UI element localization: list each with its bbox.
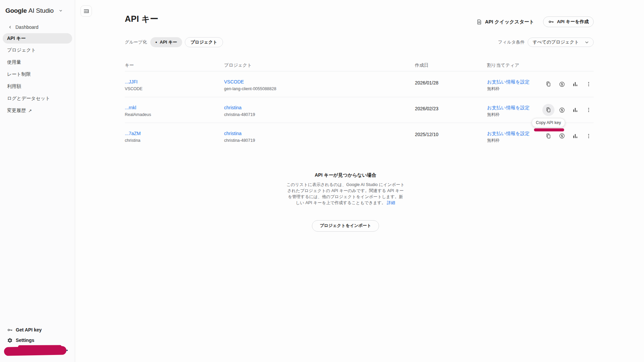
project-filter: フィルタ条件 すべてのプロジェクト (498, 38, 594, 47)
sidebar-item-label: API キー (7, 36, 26, 42)
vertical-dots-icon (586, 81, 592, 87)
project-link[interactable]: VSCODE (224, 79, 276, 84)
learn-more-link[interactable]: 詳細 (387, 200, 395, 205)
import-project-button[interactable]: プロジェクトをインポート (312, 220, 379, 232)
api-key-link[interactable]: ...rnkl (125, 105, 151, 110)
annotation-underline-scribble (534, 128, 564, 131)
api-key-link[interactable]: ...7aZM (125, 131, 141, 136)
sidebar-item-api-keys[interactable]: API キー (3, 33, 72, 44)
sidebar-item-rate-limits[interactable]: レート制限 (0, 68, 75, 80)
collapse-sidebar-icon (83, 8, 90, 14)
copy-api-key-tooltip: Copy API key (532, 118, 565, 127)
sidebar-item-label: レート制限 (7, 71, 31, 77)
dollar-circle-icon (559, 107, 565, 113)
sidebar-item-dashboard[interactable]: Dashboard (0, 22, 75, 32)
copy-icon (545, 107, 551, 113)
toggle-label: プロジェクト (191, 39, 217, 45)
sidebar-item-label: プロジェクト (7, 47, 36, 53)
column-header-project: プロジェクト (224, 62, 252, 68)
bar-chart-icon (572, 133, 578, 139)
more-options-button[interactable] (584, 132, 593, 140)
toggle-label: API キー (160, 39, 177, 45)
sidebar-item-billing[interactable]: 利用額 (0, 80, 75, 93)
copy-icon (545, 81, 551, 87)
usage-chart-button[interactable] (571, 80, 580, 88)
usage-chart-button[interactable] (571, 106, 580, 114)
column-header-created: 作成日 (415, 62, 429, 68)
billing-button[interactable] (557, 132, 566, 140)
api-quickstart-label: API クイックスタート (485, 19, 534, 25)
project-id: christina-480719 (224, 138, 255, 143)
sidebar-item-usage[interactable]: 使用量 (0, 56, 75, 68)
dollar-circle-icon (559, 133, 565, 139)
more-options-button[interactable] (584, 106, 593, 114)
ai-studio-wordmark: AI Studio (29, 7, 54, 14)
sidebar-item-label: ログとデータセット (7, 96, 50, 102)
filter-condition-label: フィルタ条件 (498, 39, 525, 45)
dropdown-value: すべてのプロジェクト (533, 39, 579, 45)
copy-api-key-button[interactable] (544, 132, 553, 140)
project-filter-dropdown[interactable]: すべてのプロジェクト (528, 38, 594, 47)
collapse-sidebar-button[interactable] (80, 5, 92, 17)
main-content: API キー API クイックスタート API キーを作成 グループ化 ● AP… (75, 0, 644, 362)
document-icon (476, 19, 482, 25)
api-keys-table: キー プロジェクト 作成日 割り当てティア ...JJFI VSCODE VSC… (125, 60, 594, 149)
table-row: ...rnkl RealAmadeus christina christina-… (125, 97, 594, 123)
get-api-key-button[interactable]: Get API key (0, 325, 75, 335)
tier-label: 無料枠 (487, 86, 530, 91)
column-header-key: キー (125, 62, 134, 68)
copy-api-key-button[interactable] (544, 80, 553, 88)
settings-button[interactable]: Settings (0, 335, 75, 345)
empty-state: API キーが見つからない場合 このリストに表示されるのは、Google AI … (231, 172, 460, 232)
billing-button[interactable] (557, 106, 566, 114)
vertical-dots-icon (586, 107, 592, 113)
more-options-button[interactable] (584, 80, 593, 88)
tooltip-text: Copy API key (536, 120, 561, 125)
setup-billing-link[interactable]: お支払い情報を設定 (487, 79, 530, 84)
api-key-name: christina (125, 138, 141, 143)
project-link[interactable]: christina (224, 131, 255, 136)
api-key-link[interactable]: ...JJFI (125, 79, 143, 84)
sidebar-item-changelog[interactable]: 変更履歴 ↗ (0, 105, 75, 117)
dollar-circle-icon (559, 81, 565, 87)
sidebar-item-projects[interactable]: プロジェクト (0, 44, 75, 56)
tier-label: 無料枠 (487, 112, 530, 117)
copy-icon (545, 133, 551, 139)
api-key-name: RealAmadeus (125, 112, 151, 117)
column-header-tier: 割り当てティア (487, 62, 519, 68)
created-date: 2025/12/10 (415, 132, 438, 137)
selected-dot-icon: ● (155, 41, 157, 44)
api-quickstart-link[interactable]: API クイックスタート (476, 19, 534, 25)
usage-chart-button[interactable] (571, 132, 580, 140)
empty-state-body: このリストに表示されるのは、Google AI Studio にインポートされた… (286, 182, 405, 206)
empty-state-title: API キーが見つからない場合 (231, 172, 460, 178)
group-by-label: グループ化 (125, 39, 147, 45)
billing-button[interactable] (557, 80, 566, 88)
sidebar-item-label: 利用額 (7, 83, 21, 89)
sidebar-nav: Dashboard API キー プロジェクト 使用量 レート制限 利用額 ログ… (0, 22, 75, 117)
row-actions (544, 71, 593, 97)
key-icon (7, 327, 13, 333)
chevron-left-icon (8, 25, 12, 29)
setup-billing-link[interactable]: お支払い情報を設定 (487, 131, 530, 136)
page-title: API キー (125, 13, 158, 24)
table-row: ...JJFI VSCODE VSCODE gen-lang-client-00… (125, 71, 594, 97)
tier-cell: お支払い情報を設定 無料枠 (487, 79, 530, 91)
app-logo[interactable]: Google AI Studio (5, 6, 63, 15)
setup-billing-link[interactable]: お支払い情報を設定 (487, 105, 530, 110)
table-row: ...7aZM christina christina christina-48… (125, 123, 594, 149)
created-date: 2026/01/28 (415, 80, 438, 85)
project-link[interactable]: christina (224, 105, 255, 110)
table-header-row: キー プロジェクト 作成日 割り当てティア (125, 60, 594, 71)
project-cell: christina christina-480719 (224, 131, 255, 143)
create-api-key-button[interactable]: API キーを作成 (543, 16, 594, 27)
copy-api-key-button[interactable] (542, 104, 554, 116)
google-wordmark: Google (5, 7, 27, 14)
chevron-down-icon (59, 9, 63, 13)
sidebar-item-label: Dashboard (15, 24, 39, 30)
group-toggle-api-key[interactable]: ● API キー (150, 37, 182, 47)
tier-label: 無料枠 (487, 138, 530, 143)
sidebar-item-logs-datasets[interactable]: ログとデータセット (0, 93, 75, 105)
group-toggle-project[interactable]: プロジェクト (185, 37, 223, 47)
gear-icon (7, 338, 13, 343)
